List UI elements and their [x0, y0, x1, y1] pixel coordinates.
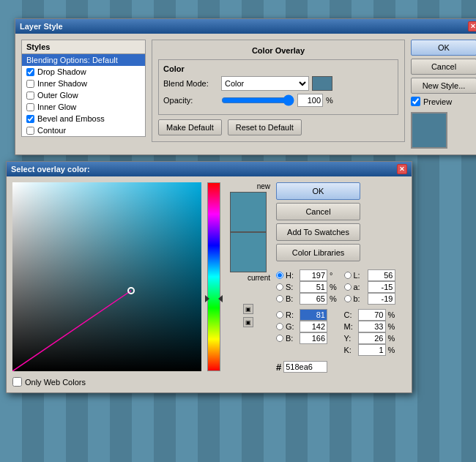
new-swatch-label: new: [226, 182, 270, 190]
sidebar-item-label: Drop Shadow: [37, 67, 86, 76]
color-overlay-section: Color Overlay Color Blend Mode: Color Op…: [152, 40, 405, 142]
layer-style-body: Styles Blending Options: Default Drop Sh…: [15, 34, 476, 154]
layer-style-title: Layer Style: [20, 22, 63, 31]
spectrum-bar[interactable]: [207, 182, 220, 371]
select-color-dialog: Select overlay color: ✕ Only Web Colors: [6, 161, 412, 393]
color-gradient-picker[interactable]: [12, 182, 201, 371]
brightness-input[interactable]: [300, 293, 327, 305]
outer-glow-checkbox[interactable]: [26, 92, 34, 100]
brightness-radio[interactable]: [276, 295, 283, 302]
current-color-swatch[interactable]: [230, 232, 267, 272]
color-overlay-swatch[interactable]: [312, 76, 332, 91]
make-default-button[interactable]: Make Default: [158, 119, 222, 135]
cancel-button[interactable]: Cancel: [411, 59, 476, 75]
C-row: C: %: [344, 309, 406, 321]
saturation-input[interactable]: [300, 281, 327, 293]
inner-shadow-checkbox[interactable]: [26, 80, 34, 88]
new-current-swatches: new current ▣ ▣: [226, 182, 270, 387]
sidebar-item-label: Outer Glow: [37, 91, 78, 100]
sidebar-item-inner-shadow[interactable]: Inner Shadow: [22, 78, 145, 89]
preview-row: Preview: [411, 97, 476, 106]
sidebar-item-label: Contour: [37, 126, 66, 135]
inner-glow-checkbox[interactable]: [26, 103, 34, 111]
K-input[interactable]: [358, 344, 386, 356]
sidebar-item-inner-glow[interactable]: Inner Glow: [22, 101, 145, 113]
green-input[interactable]: [300, 321, 327, 332]
hue-radio[interactable]: [276, 272, 283, 279]
hex-input[interactable]: [283, 361, 327, 373]
Y-input[interactable]: [358, 332, 386, 344]
green-radio[interactable]: [276, 323, 283, 330]
current-swatch-label: current: [226, 274, 270, 282]
layer-style-close-button[interactable]: ✕: [468, 21, 476, 31]
layer-style-titlebar: Layer Style ✕: [15, 19, 476, 34]
color-libraries-button[interactable]: Color Libraries: [276, 244, 360, 261]
preview-checkbox[interactable]: [411, 97, 420, 106]
opacity-row: Opacity: %: [163, 94, 393, 107]
M-input[interactable]: [358, 321, 386, 332]
drop-shadow-checkbox[interactable]: [26, 68, 34, 76]
preview-label: Preview: [423, 97, 452, 106]
opacity-label: Opacity:: [163, 96, 218, 105]
green-row: G:: [276, 321, 338, 332]
a-row: a:: [344, 281, 406, 293]
sidebar-item-blending-options[interactable]: Blending Options: Default: [22, 54, 145, 66]
b-lab-row: b:: [344, 293, 406, 305]
reset-to-default-button[interactable]: Reset to Default: [228, 119, 302, 135]
red-input[interactable]: [300, 309, 327, 321]
sidebar-item-label: Bevel and Emboss: [37, 114, 105, 123]
blend-mode-select[interactable]: Color: [221, 76, 309, 91]
L-radio[interactable]: [344, 272, 352, 279]
contour-checkbox[interactable]: [26, 127, 34, 135]
sidebar-item-label: Blending Options: Default: [26, 56, 118, 64]
add-to-swatches-button[interactable]: Add To Swatches: [276, 223, 360, 241]
sidebar-item-contour[interactable]: Contour: [22, 124, 145, 136]
blue-row: B:: [276, 332, 338, 344]
bevel-emboss-checkbox[interactable]: [26, 115, 34, 123]
hue-input[interactable]: [300, 269, 327, 281]
color-group: Color Blend Mode: Color Opacity: %: [158, 59, 398, 115]
opacity-input[interactable]: [297, 94, 323, 107]
color-picker-right-panel: OK Cancel Add To Swatches Color Librarie…: [276, 182, 406, 387]
blend-mode-label: Blend Mode:: [163, 79, 218, 88]
ok-button[interactable]: OK: [411, 40, 476, 56]
C-input[interactable]: [358, 309, 386, 321]
color-values-grid: H: ° S: % B: %: [276, 269, 406, 356]
right-panel: OK Cancel New Style... Preview: [411, 40, 476, 149]
color-group-title: Color: [163, 64, 393, 73]
b-lab-radio[interactable]: [344, 295, 352, 302]
Y-row: Y: %: [344, 332, 406, 344]
M-row: M: %: [344, 321, 406, 332]
select-color-body: Only Web Colors new current ▣ ▣ O: [7, 176, 412, 392]
opacity-slider[interactable]: [221, 96, 294, 105]
sidebar-item-drop-shadow[interactable]: Drop Shadow: [22, 66, 145, 78]
only-web-colors-checkbox[interactable]: [12, 377, 22, 387]
L-input[interactable]: [368, 269, 395, 281]
only-web-colors-row: Only Web Colors: [12, 377, 201, 387]
color-ok-button[interactable]: OK: [276, 182, 360, 200]
spectrum-arrow-left: [205, 295, 209, 302]
sidebar-item-label: Inner Shadow: [37, 79, 87, 88]
red-radio[interactable]: [276, 311, 283, 318]
a-input[interactable]: [368, 281, 395, 293]
saturation-radio[interactable]: [276, 283, 283, 291]
brightness-row: B: %: [276, 293, 338, 305]
hsb-rgb-column: H: ° S: % B: %: [276, 269, 338, 356]
blue-radio[interactable]: [276, 335, 283, 342]
sidebar-item-bevel-emboss[interactable]: Bevel and Emboss: [22, 113, 145, 124]
select-color-close-button[interactable]: ✕: [397, 164, 407, 174]
default-buttons-row: Make Default Reset to Default: [158, 119, 398, 135]
blue-input[interactable]: [300, 332, 327, 344]
saturation-row: S: %: [276, 281, 338, 293]
gradient-dark-overlay: [12, 182, 201, 371]
color-cancel-button[interactable]: Cancel: [276, 203, 360, 220]
select-color-titlebar: Select overlay color: ✕: [7, 162, 412, 176]
small-icon-1[interactable]: ▣: [243, 304, 253, 314]
sidebar-item-outer-glow[interactable]: Outer Glow: [22, 89, 145, 101]
b-lab-input[interactable]: [368, 293, 395, 305]
a-radio[interactable]: [344, 283, 352, 291]
new-color-swatch[interactable]: [230, 192, 267, 232]
small-icon-2[interactable]: ▣: [243, 317, 253, 327]
spectrum-arrow-right: [218, 295, 223, 302]
new-style-button[interactable]: New Style...: [411, 78, 476, 94]
